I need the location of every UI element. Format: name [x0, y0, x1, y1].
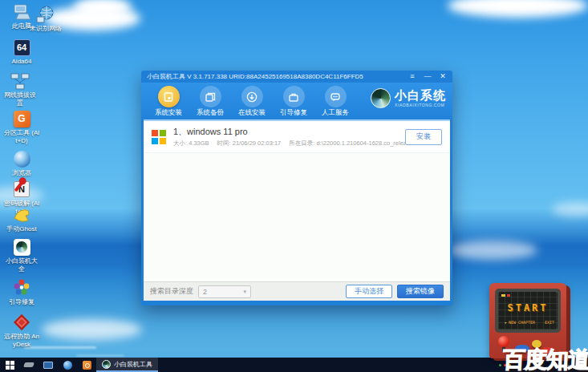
taskbar-item-4[interactable] [77, 358, 96, 372]
diskgenius-badge: G [14, 111, 30, 127]
desktop-icon-aida64[interactable]: 64 Aida64 [3, 38, 40, 66]
cursor-icon: ▸ [505, 320, 507, 325]
taskbar: 小白装机工具 2021/1/3 [0, 358, 588, 372]
desktop-icon-boot-repair[interactable]: 引导修复 [3, 278, 40, 306]
tab-boot-repair[interactable]: 引导修复 [273, 84, 314, 118]
app-icon [23, 362, 34, 367]
aida64-badge: 64 [14, 39, 30, 56]
desktop-icon-label: 分区工具 (Alt+D) [3, 129, 40, 144]
tab-label: 系统安装 [155, 108, 182, 118]
tab-label: 引导修复 [280, 108, 307, 118]
tab-human-service[interactable]: 人工服务 [314, 84, 356, 118]
tab-system-backup[interactable]: 系统备份 [189, 84, 231, 118]
depth-label: 搜索目录深度 [150, 286, 193, 297]
anydesk-icon [12, 313, 31, 332]
brand-name: 小白系统 [395, 89, 446, 101]
xiaobai-taskbar-icon [102, 360, 111, 369]
desktop-icon-xiaobai-suite[interactable]: 小白装机大全 [3, 237, 40, 273]
wave-streak [76, 354, 124, 357]
cloud [42, 319, 142, 340]
ghost-bird-icon [12, 205, 31, 224]
depth-value: 2 [203, 288, 207, 296]
browser-globe-icon [63, 361, 72, 370]
arcade-screen: START ▸NEW CHAPTER EXIT [498, 292, 558, 330]
cloud [448, 241, 537, 260]
diskgenius-icon: G [12, 109, 31, 128]
brand-domain: XIAOBAIXITONG.COM [395, 103, 446, 107]
taskbar-item-2[interactable] [39, 358, 58, 372]
monitor-icon [43, 362, 53, 369]
list-item-windows11[interactable]: 1、windows 11 pro 大小: 4.33GB 时间: 21/06/29… [144, 121, 450, 153]
desktop-icon-label: 未识别网络 [30, 25, 62, 33]
network-globe-icon [36, 5, 55, 24]
desktop-icon-label: 远程协助 AnyDesk [3, 333, 40, 348]
download-circle-icon [241, 86, 263, 107]
cloud [448, 0, 588, 18]
install-box-icon [158, 86, 180, 107]
desktop-icon-ghost[interactable]: 手动Ghost [3, 205, 40, 233]
brand-globe-icon [371, 88, 391, 108]
arcade-menu-new: NEW CHAPTER [509, 320, 535, 325]
arcade-start-text: START [498, 302, 558, 313]
taskbar-item-3[interactable] [58, 358, 77, 372]
xiaobai-logo-icon [12, 237, 31, 257]
tray-dot-icon [499, 364, 501, 366]
install-button[interactable]: 安装 [405, 129, 442, 145]
start-button[interactable] [0, 358, 19, 372]
tab-system-install[interactable]: 系统安装 [148, 84, 189, 118]
depth-select[interactable]: 2 ▾ [198, 285, 251, 298]
arcade-score-icons [501, 294, 510, 297]
tab-bar: 系统安装 系统备份 在线安装 引导修复 [141, 83, 452, 119]
image-title: 1、windows 11 pro [173, 126, 405, 138]
tab-label: 人工服务 [322, 108, 349, 118]
baidu-zhidao-watermark: 百度知道 [502, 349, 588, 371]
image-list: 1、windows 11 pro 大小: 4.33GB 时间: 21/06/29… [144, 121, 450, 281]
minimize-icon[interactable]: — [424, 73, 432, 80]
manual-select-button[interactable]: 手动选择 [346, 285, 392, 298]
desktop-icon-label: 网线插拔设置 [2, 91, 39, 107]
desktop-icon-label: Aida64 [12, 58, 32, 66]
xiaobai-install-window: 小白装机工具 V 3.1.717.338 URID:88A24525169518… [141, 71, 452, 305]
desktop-icon-lan-devices[interactable]: 网线插拔设置 [2, 71, 39, 107]
arcade-menu-exit: EXIT [545, 320, 554, 325]
cloud [552, 202, 588, 216]
windows-start-icon [6, 361, 14, 370]
desktop: 此电脑 未识别网络 64 Aida64 网线插拔设置 G 分区工具 (Alt+D… [0, 0, 588, 372]
taskbar-app-label: 小白装机工具 [114, 360, 152, 369]
chat-bubble-icon [325, 86, 347, 107]
image-time: 时间: 21/06/29 02:03:17 [217, 140, 282, 148]
desktop-icon-label: 手动Ghost [6, 225, 36, 233]
desktop-icon-browser[interactable]: 浏览器 [3, 149, 40, 177]
close-icon[interactable]: ✕ [439, 73, 447, 80]
desktop-icon-anydesk[interactable]: 远程协助 AnyDesk [3, 313, 40, 348]
search-app-icon [83, 361, 91, 370]
backup-copies-icon [200, 86, 221, 107]
desktop-icon-network[interactable]: 未识别网络 [27, 5, 64, 33]
tab-label: 在线安装 [238, 108, 266, 118]
tab-online-install[interactable]: 在线安装 [231, 84, 273, 118]
nt-password-icon: N [12, 180, 31, 199]
lan-devices-icon [10, 71, 30, 91]
arcade-screen-bezel: START ▸NEW CHAPTER EXIT [495, 289, 561, 333]
desktop-icon-label: 浏览器 [12, 169, 31, 177]
desktop-icon-diskgenius[interactable]: G 分区工具 (Alt+D) [3, 109, 40, 144]
desktop-icon-label: 引导修复 [9, 298, 34, 306]
taskbar-item-1[interactable] [19, 358, 39, 372]
window-titlebar[interactable]: 小白装机工具 V 3.1.717.338 URID:88A24525169518… [141, 71, 452, 83]
search-image-button[interactable]: 搜索镜像 [397, 285, 444, 298]
menu-icon[interactable]: ≡ [408, 73, 416, 80]
window-footer: 搜索目录深度 2 ▾ 手动选择 搜索镜像 [144, 281, 450, 301]
browser-icon [12, 149, 31, 168]
aida64-icon: 64 [12, 38, 31, 57]
window-title: 小白装机工具 V 3.1.717.338 URID:88A24525169518… [147, 72, 363, 81]
brand: 小白系统 XIAOBAIXITONG.COM [371, 84, 448, 108]
desktop-icon-label: 小白装机大全 [3, 257, 40, 273]
chevron-down-icon: ▾ [243, 289, 246, 295]
toolbox-icon [283, 86, 305, 107]
image-path: 所在目录: d:\22000.1.210604-1628.co_release_… [289, 140, 405, 148]
pinwheel-icon [12, 278, 31, 297]
taskbar-active-app[interactable]: 小白装机工具 [96, 358, 158, 372]
image-size: 大小: 4.33GB [173, 140, 209, 148]
windows-logo-icon [152, 130, 166, 144]
tab-label: 系统备份 [197, 108, 224, 118]
